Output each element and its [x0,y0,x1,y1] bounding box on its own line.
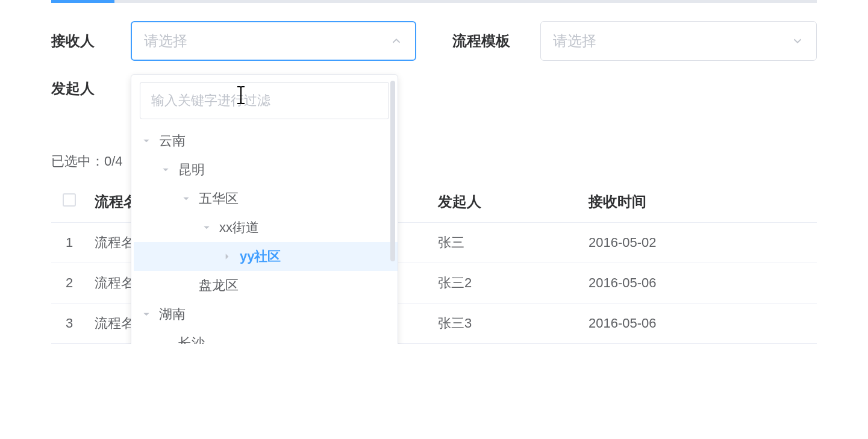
expand-down-icon[interactable] [161,166,177,174]
form-item-receiver: 接收人 请选择 [51,21,416,61]
header-receive-time: 接收时间 [581,181,817,223]
cell-initiator: 张三3 [431,304,581,344]
cell-initiator: 张三2 [431,263,581,304]
dropdown-scrollbar[interactable] [390,81,395,261]
template-select[interactable]: 请选择 [540,21,817,61]
tree-node-label: 云南 [158,132,186,150]
tabs-indicator [51,0,817,3]
tree-node[interactable]: 湖南 [134,300,398,329]
receiver-select-wrap: 请选择 [131,21,416,61]
row-index: 1 [51,223,87,263]
selected-count-value: 0/4 [104,154,123,169]
tree-node[interactable]: 昆明 [134,155,398,184]
tree-filter-input[interactable] [140,82,389,119]
tree-node[interactable]: yy社区 [134,242,398,271]
chevron-up-icon [390,34,403,48]
tree-node[interactable]: xx街道 [134,213,398,242]
tree-node-label: yy社区 [239,248,281,266]
filter-row-1: 接收人 请选择 [51,21,817,61]
cell-receive-time: 2016-05-06 [581,263,817,304]
expand-down-icon[interactable] [202,223,218,232]
header-initiator: 发起人 [431,181,581,223]
receiver-dropdown: 云南昆明五华区xx街道yy社区盘龙区湖南长沙永州 [131,74,398,344]
row-index: 3 [51,304,87,344]
form-item-template: 流程模板 请选择 [452,21,817,61]
tree-node-label: 湖南 [158,305,186,323]
tree-node[interactable]: 长沙 [134,329,398,344]
tree-node[interactable]: 盘龙区 [134,271,398,300]
chevron-down-icon [791,34,804,48]
tree-node-label: 盘龙区 [198,276,239,294]
expand-down-icon[interactable] [142,137,158,145]
header-checkbox-cell [51,181,87,223]
template-placeholder: 请选择 [553,31,596,51]
initiator-label: 发起人 [51,79,95,98]
tree-node[interactable]: 五华区 [134,184,398,213]
select-all-checkbox[interactable] [63,193,76,207]
row-index: 2 [51,263,87,304]
cell-initiator: 张三 [431,223,581,263]
tree-node[interactable]: 云南 [134,126,398,155]
tree-node-label: xx街道 [218,219,259,237]
receiver-placeholder: 请选择 [144,31,187,51]
template-select-wrap: 请选择 [540,21,817,61]
cell-receive-time: 2016-05-02 [581,223,817,263]
tree-node-label: 长沙 [177,334,205,344]
org-tree: 云南昆明五华区xx街道yy社区盘龙区湖南长沙永州 [131,124,398,344]
expand-down-icon[interactable] [142,310,158,319]
receiver-label: 接收人 [51,31,95,51]
selected-count-prefix: 已选中： [51,154,104,169]
tree-node-label: 昆明 [177,161,205,179]
template-label: 流程模板 [452,31,510,51]
expand-right-icon[interactable] [223,252,239,261]
expand-down-icon[interactable] [182,195,198,203]
tree-node-label: 五华区 [198,190,239,208]
receiver-select[interactable]: 请选择 [131,21,416,61]
cell-receive-time: 2016-05-06 [581,304,817,344]
